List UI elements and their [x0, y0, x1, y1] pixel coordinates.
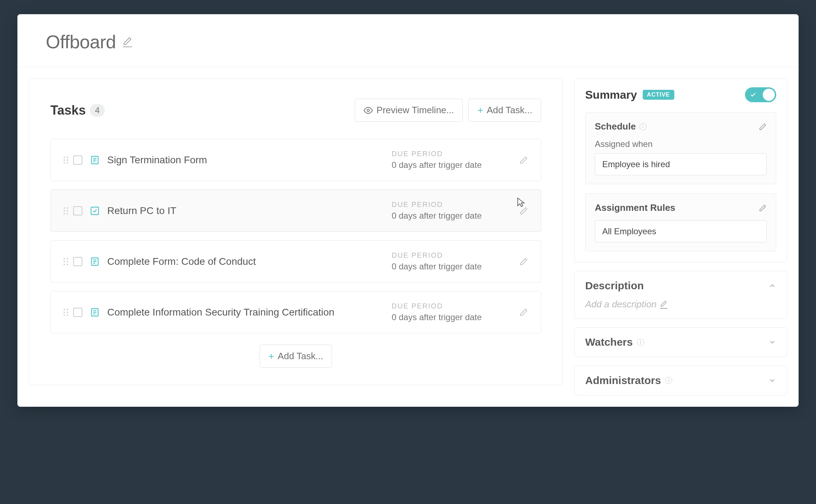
schedule-title: Schedule	[595, 121, 636, 132]
plus-icon: +	[268, 351, 274, 361]
tasks-header: Tasks 4 Preview Timeline... + Add Task..…	[50, 99, 541, 122]
edit-task-icon[interactable]	[519, 257, 528, 266]
task-checkbox[interactable]	[73, 206, 82, 215]
schedule-panel: Schedule i Assigned when Employee is hir…	[585, 112, 776, 184]
drag-handle-icon[interactable]	[64, 309, 68, 316]
edit-task-icon[interactable]	[519, 308, 528, 317]
plus-icon: +	[477, 105, 483, 115]
due-period-label: DUE PERIOD	[392, 201, 519, 209]
info-icon[interactable]: i	[640, 123, 647, 130]
assignment-rules-value[interactable]: All Employees	[595, 220, 767, 242]
form-icon	[89, 155, 100, 165]
info-icon[interactable]: i	[637, 339, 644, 346]
add-task-button-top[interactable]: + Add Task...	[468, 99, 541, 122]
chevron-up-icon	[768, 282, 776, 290]
task-row[interactable]: Return PC to ITDUE PERIOD0 days after tr…	[50, 190, 541, 232]
task-name: Complete Form: Code of Conduct	[107, 256, 392, 267]
edit-task-icon[interactable]	[519, 207, 528, 215]
task-due-block: DUE PERIOD0 days after trigger date	[392, 201, 519, 221]
summary-header: Summary ACTIVE	[585, 87, 776, 102]
page-header: Offboard	[17, 14, 799, 67]
edit-assignment-rules-icon[interactable]	[759, 204, 767, 212]
page-body: Tasks 4 Preview Timeline... + Add Task..…	[17, 67, 799, 407]
svg-point-0	[367, 109, 370, 111]
checklist-icon	[89, 206, 100, 216]
due-period-label: DUE PERIOD	[392, 251, 519, 259]
watchers-panel: Watchers i	[574, 327, 787, 357]
task-row[interactable]: Complete Form: Code of ConductDUE PERIOD…	[50, 240, 541, 283]
assignment-rules-header: Assignment Rules	[595, 202, 767, 213]
task-checkbox[interactable]	[73, 155, 82, 165]
side-column: Summary ACTIVE Schedule i	[574, 78, 787, 395]
chevron-down-icon	[768, 377, 776, 384]
tasks-header-actions: Preview Timeline... + Add Task...	[355, 99, 541, 122]
edit-task-icon[interactable]	[519, 156, 528, 164]
svg-rect-5	[91, 207, 99, 214]
description-placeholder: Add a description	[585, 299, 657, 310]
watchers-header[interactable]: Watchers i	[585, 336, 776, 348]
task-name: Sign Termination Form	[107, 154, 392, 166]
status-badge: ACTIVE	[643, 90, 674, 100]
drag-handle-icon[interactable]	[64, 207, 68, 214]
task-due-block: DUE PERIOD0 days after trigger date	[392, 302, 519, 322]
assignment-rules-title: Assignment Rules	[595, 202, 675, 213]
task-row[interactable]: Sign Termination FormDUE PERIOD0 days af…	[50, 139, 541, 181]
description-placeholder-row[interactable]: Add a description	[585, 299, 776, 310]
form-icon	[89, 307, 100, 318]
task-list: Sign Termination FormDUE PERIOD0 days af…	[50, 139, 541, 333]
due-period-value: 0 days after trigger date	[392, 160, 519, 170]
active-toggle[interactable]	[745, 87, 776, 102]
assigned-when-value[interactable]: Employee is hired	[595, 153, 767, 175]
edit-title-icon[interactable]	[123, 37, 132, 47]
check-icon	[750, 92, 756, 98]
chevron-down-icon	[768, 338, 776, 346]
assignment-rules-panel: Assignment Rules All Employees	[585, 193, 776, 251]
description-title: Description	[585, 280, 644, 292]
tasks-heading: Tasks	[50, 103, 86, 118]
toggle-knob	[763, 89, 775, 101]
tasks-header-left: Tasks 4	[50, 103, 105, 118]
tasks-panel: Tasks 4 Preview Timeline... + Add Task..…	[29, 78, 563, 385]
task-name: Complete Information Security Training C…	[107, 307, 392, 318]
summary-panel: Summary ACTIVE Schedule i	[574, 78, 787, 262]
page-title: Offboard	[46, 31, 116, 53]
due-period-label: DUE PERIOD	[392, 150, 519, 158]
task-checkbox[interactable]	[73, 308, 82, 317]
task-due-block: DUE PERIOD0 days after trigger date	[392, 251, 519, 272]
app-window: Offboard Tasks 4 Preview Timeline...	[17, 14, 799, 407]
administrators-header[interactable]: Administrators i	[585, 374, 776, 387]
add-task-top-label: Add Task...	[487, 105, 532, 116]
drag-handle-icon[interactable]	[64, 157, 68, 164]
task-name: Return PC to IT	[107, 205, 392, 217]
description-body: Add a description	[585, 299, 776, 310]
task-due-block: DUE PERIOD0 days after trigger date	[392, 150, 519, 170]
task-row[interactable]: Complete Information Security Training C…	[50, 291, 541, 333]
summary-header-left: Summary ACTIVE	[585, 88, 674, 102]
drag-handle-icon[interactable]	[64, 258, 68, 265]
schedule-header: Schedule i	[595, 121, 767, 132]
summary-title: Summary	[585, 88, 637, 102]
add-task-bottom-label: Add Task...	[278, 351, 323, 362]
preview-timeline-label: Preview Timeline...	[376, 105, 454, 116]
administrators-title: Administrators	[585, 374, 661, 387]
watchers-title: Watchers	[585, 336, 633, 348]
info-icon[interactable]: i	[665, 377, 672, 384]
administrators-panel: Administrators i	[574, 366, 787, 395]
edit-description-icon	[660, 300, 667, 309]
due-period-value: 0 days after trigger date	[392, 312, 519, 322]
description-panel: Description Add a description	[574, 271, 787, 319]
add-task-button-bottom[interactable]: + Add Task...	[260, 345, 332, 368]
form-icon	[89, 256, 100, 267]
due-period-value: 0 days after trigger date	[392, 211, 519, 221]
task-checkbox[interactable]	[73, 257, 82, 266]
description-header[interactable]: Description	[585, 280, 776, 292]
eye-icon	[364, 106, 373, 115]
due-period-value: 0 days after trigger date	[392, 262, 519, 272]
tasks-count-badge: 4	[90, 104, 104, 117]
preview-timeline-button[interactable]: Preview Timeline...	[355, 99, 463, 122]
add-task-bottom-wrap: + Add Task...	[50, 345, 541, 368]
assigned-when-label: Assigned when	[595, 139, 767, 149]
edit-schedule-icon[interactable]	[759, 123, 767, 131]
due-period-label: DUE PERIOD	[392, 302, 519, 310]
